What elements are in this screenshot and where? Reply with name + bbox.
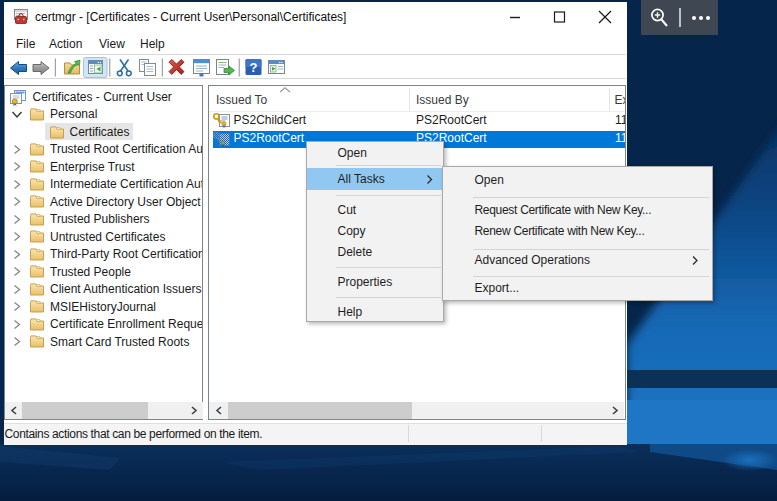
svg-text:?: ? xyxy=(250,60,258,75)
